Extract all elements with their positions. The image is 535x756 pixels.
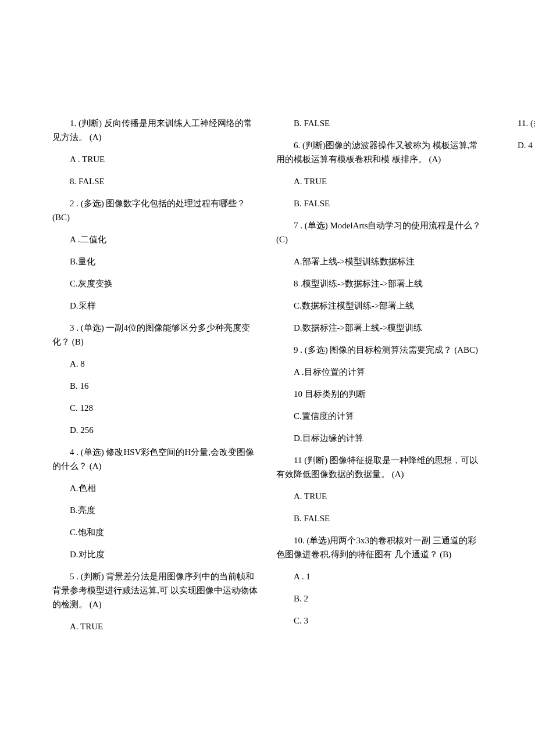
option-text: A . 1 xyxy=(276,569,483,583)
option-text: 8. FALSE xyxy=(52,174,259,188)
option-text: B. 16 xyxy=(52,379,259,393)
option-text: C. 3 xyxy=(276,614,483,628)
option-text: B. FALSE xyxy=(276,196,483,210)
option-text: B. FALSE xyxy=(276,511,483,525)
document-body: 1. (判断) 反向传播是用来训练人工神经网络的常见方法。 (A)A . TRU… xyxy=(52,116,483,639)
question-text: 6. (判断)图像的滤波器操作又被称为 模板运算,常用的模板运算有模板卷积和模 … xyxy=(276,138,483,166)
question-text: 7 . (单选) ModelArts自动学习的使用流程是什么？ (C) xyxy=(276,218,483,246)
option-text: B. 2 xyxy=(276,592,483,605)
question-text: 1. (判断) 反向传播是用来训练人工神经网络的常见方法。 (A) xyxy=(52,116,259,144)
question-text: 10. (单选)用两个3x3的卷积核对一副 三通道的彩色图像进卷积,得到的特征图… xyxy=(276,533,483,561)
option-text: D. 256 xyxy=(52,423,259,437)
option-text: C.置信度的计算 xyxy=(276,409,483,423)
option-text: A.色相 xyxy=(52,481,259,495)
option-text: A. 8 xyxy=(52,357,259,371)
option-text: 8 .模型训练->数据标注->部署上线 xyxy=(276,277,483,291)
option-text: B.量化 xyxy=(52,255,259,268)
option-text: C. 128 xyxy=(52,401,259,415)
option-text: D.采样 xyxy=(52,299,259,313)
option-text: C.数据标注模型训练->部署上线 xyxy=(276,299,483,313)
question-text: 11. (多选) 语音合成方法有哪些？ ( ABCD) xyxy=(500,116,535,130)
option-text: A .目标位置的计算 xyxy=(276,365,483,379)
question-text: 4 . (单选) 修改HSV彩色空间的H分量,会改变图像的什么？ (A) xyxy=(52,445,259,473)
option-text: A.部署上线->模型训练数据标注 xyxy=(276,255,483,268)
option-text: A. TRUE xyxy=(276,174,483,188)
option-text: D.数据标注->部署上线->模型训练 xyxy=(276,321,483,335)
question-text: 2 . (多选) 图像数字化包括的处理过程有哪些？ (BC) xyxy=(52,196,259,224)
option-text: C.灰度变换 xyxy=(52,277,259,291)
option-text: A .二值化 xyxy=(52,232,259,246)
option-text: A. TRUE xyxy=(52,619,259,633)
option-text: D. 4 xyxy=(500,138,535,152)
option-text: B.亮度 xyxy=(52,503,259,517)
option-text: D.目标边缘的计算 xyxy=(276,431,483,445)
option-text: 10 目标类别的判断 xyxy=(276,387,483,401)
option-text: A. TRUE xyxy=(276,489,483,503)
option-text: A . TRUE xyxy=(52,152,259,166)
question-text: 11 (判断) 图像特征提取是一种降维的思想，可以有效降低图像数据的数据量。 (… xyxy=(276,453,483,481)
option-text: D.对比度 xyxy=(52,547,259,561)
option-text: B. FALSE xyxy=(276,116,483,130)
question-text: 3 . (单选) 一副4位的图像能够区分多少种亮度变化？ (B) xyxy=(52,321,259,349)
question-text: 9 . (多选) 图像的目标检测算法需要完成？ (ABC) xyxy=(276,343,483,357)
question-text: 5 . (判断) 背景差分法是用图像序列中的当前帧和背景参考模型进行减法运算,可… xyxy=(52,569,259,611)
option-text: C.饱和度 xyxy=(52,525,259,539)
